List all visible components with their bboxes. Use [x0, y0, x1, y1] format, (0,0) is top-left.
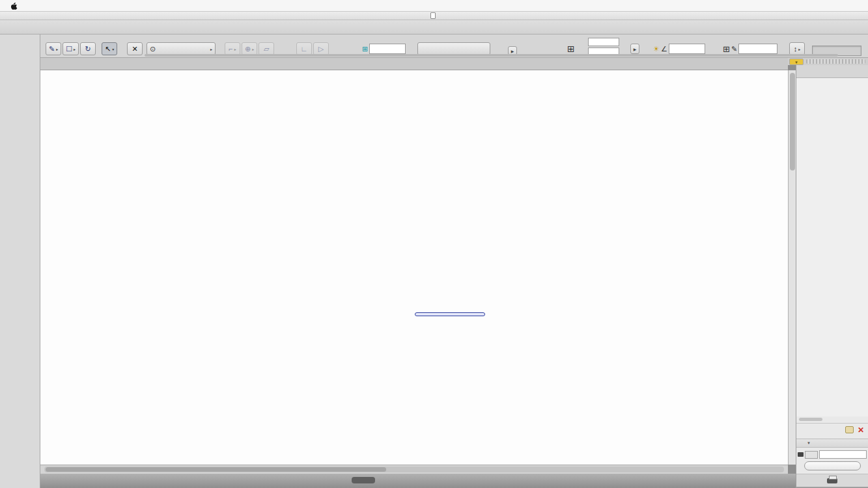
element-settings-button[interactable]: ✎▸ [46, 42, 61, 55]
cw-geometry-chain-button[interactable]: ▱ [259, 42, 274, 55]
tab-scroll-dots[interactable] [806, 59, 865, 64]
camera-key-icon [798, 452, 804, 457]
cw-geometry-boundary-button[interactable]: ⊕▸ [242, 42, 257, 55]
story-grid-icon: ⊞ [567, 44, 575, 54]
pen-small-icon: ✎ [731, 45, 737, 53]
viewport-hscroll-thumb[interactable] [46, 467, 386, 472]
cw-chain-icon: ▱ [264, 45, 269, 53]
tool-selector: ↖▾ [102, 42, 117, 56]
navigator-mode-icons [796, 65, 868, 78]
menu-bar [0, 0, 868, 12]
settings-buttons: ✎▸ ☐▸ ↻ [46, 42, 96, 56]
title-bar[interactable] [0, 12, 868, 20]
collapse-arrow-icon: ▼ [807, 441, 811, 445]
window-grip [352, 477, 375, 483]
floor-plan-button[interactable] [417, 42, 490, 55]
delete-icon[interactable]: ✕ [858, 426, 864, 434]
print-row [796, 474, 868, 487]
properties-header[interactable]: ▼ [796, 439, 868, 448]
rotate-icon: ↻ [85, 45, 91, 53]
apple-icon [10, 1, 18, 10]
navigator-tree [796, 78, 868, 416]
flip-icon: ↕ [794, 45, 798, 53]
navigator-panel: ✕ ▼ [796, 65, 868, 488]
angle-method-button[interactable]: ∟ [296, 42, 312, 55]
cw-boundary-icon: ⊕ [245, 45, 251, 53]
view-name-field[interactable] [819, 450, 867, 459]
cw-single-icon: ⌐ [229, 45, 232, 53]
main-toolbar [0, 20, 868, 34]
layer-button[interactable]: ⊙ ▸ [147, 42, 216, 55]
viewport-bottom-bar [40, 465, 788, 474]
arrow-icon: ↖ [105, 45, 111, 53]
viewport-horizontal-scrollbar[interactable] [44, 467, 784, 472]
viewport-vertical-scrollbar[interactable] [788, 70, 796, 465]
cw-geometry-single-button[interactable]: ⌐▸ [225, 42, 240, 55]
rotate-view-button[interactable]: ↻ [80, 42, 96, 55]
tab-overflow-button[interactable]: ▾ [789, 59, 804, 65]
reference-position-icon: ⊞ [362, 45, 368, 53]
grid-pen-icon: ⊞ [723, 44, 730, 54]
settings-button[interactable] [804, 461, 861, 470]
properties-row [798, 450, 867, 459]
favorites-icon: ☐ [66, 45, 72, 53]
flip-button[interactable]: ↕▸ [789, 42, 805, 55]
infobox-scrollbar[interactable] [145, 54, 838, 57]
axis-arrow-icon: ✕ [132, 45, 137, 53]
offset-input[interactable] [369, 44, 406, 54]
angle-input[interactable] [669, 44, 705, 54]
favorites-button[interactable]: ☐▸ [63, 42, 79, 55]
navigator-actions: ✕ [796, 423, 868, 436]
play-icon: ▷ [318, 45, 324, 53]
tab-bar [40, 58, 788, 70]
element-tooltip [415, 312, 485, 316]
sun-icon: ☀ [653, 45, 660, 53]
3d-viewport[interactable] [40, 70, 788, 465]
properties-mini-box [805, 451, 818, 459]
tree-hscroll[interactable] [799, 418, 822, 421]
angle-icon: ∟ [301, 45, 308, 53]
hb-expand-button[interactable]: ▶ [630, 44, 639, 54]
document-icon [430, 12, 436, 19]
universal-arrow[interactable]: ✕ [127, 42, 143, 56]
slant-icon: ∠ [661, 45, 667, 53]
spacing-input[interactable] [738, 44, 777, 54]
toolbox [0, 34, 40, 488]
apple-menu[interactable] [9, 1, 18, 10]
window-bottom-chrome [40, 474, 796, 488]
height-input[interactable] [588, 38, 619, 46]
arrow-tool-button[interactable]: ↖▾ [102, 42, 117, 55]
new-viewpoint-icon[interactable] [845, 426, 854, 433]
eye-icon: ⊙ [150, 45, 156, 53]
viewport-vscroll-thumb[interactable] [790, 73, 795, 170]
archicad-window: { "menu_bar": { "items": ["ArchiCAD", "F… [0, 0, 868, 488]
height-width-fields [586, 38, 619, 52]
info-box: ✎▸ ☐▸ ↻ ↖▾ ✕ ⊙ ▸ ⌐▸ ⊕▸ ▱ ∟ ▷ ⊞ ▶ ⊞ [40, 34, 868, 58]
printer-icon[interactable] [827, 478, 837, 483]
tab-bar-extras: ▾ [788, 58, 868, 65]
universal-arrow-button[interactable]: ✕ [127, 42, 143, 55]
hex-shell-model [40, 70, 788, 465]
settings-icon: ✎ [49, 45, 55, 53]
preview-button[interactable]: ▷ [313, 42, 329, 55]
